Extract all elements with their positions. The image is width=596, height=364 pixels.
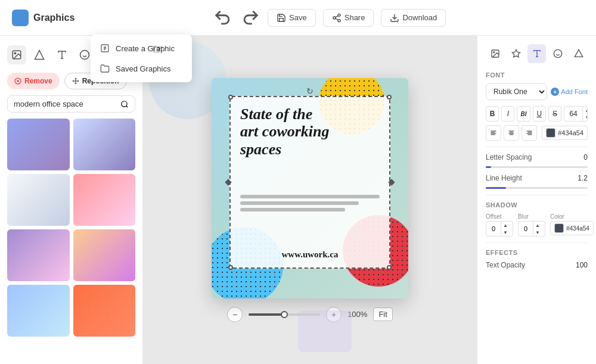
blur-up[interactable]: ▲	[533, 222, 542, 229]
svg-point-0	[338, 14, 340, 16]
divider-3	[486, 242, 588, 243]
italic-button[interactable]: I	[501, 106, 514, 122]
shadow-offset-input-wrap: ▲ ▼	[486, 221, 513, 237]
zoom-thumb[interactable]	[281, 311, 288, 318]
zoom-out-button[interactable]: −	[227, 307, 243, 322]
bold-button[interactable]: B	[486, 106, 499, 122]
format-row-1: B I BI U S ▲ ▼	[486, 106, 588, 122]
letter-spacing-fill	[486, 166, 491, 168]
right-tab-emoji[interactable]	[548, 44, 567, 63]
zoom-slider[interactable]	[249, 313, 320, 316]
letter-spacing-value: 0	[583, 153, 588, 161]
main-area: Remove Reposition	[0, 36, 596, 364]
svg-point-28	[554, 49, 561, 57]
svg-line-22	[126, 105, 128, 107]
color-picker[interactable]: #434a54	[542, 126, 588, 140]
panel-shapes-tab[interactable]	[30, 45, 49, 64]
search-box	[7, 95, 135, 113]
handle-left[interactable]	[226, 180, 231, 185]
handle-bl[interactable]	[228, 265, 233, 270]
divider-1	[486, 147, 588, 147]
shadow-color-swatch	[554, 223, 564, 233]
right-panel-tabs	[486, 44, 588, 63]
shadow-blur-input[interactable]	[519, 223, 533, 234]
subtitle-lines	[240, 195, 380, 211]
right-tab-magic[interactable]	[507, 44, 525, 63]
bg-decoration-br	[298, 310, 352, 352]
effects-section-label: Effects	[486, 249, 588, 256]
text-opacity-row: Text Opacity 100	[486, 261, 588, 269]
design-canvas: ↻ State of the art coworking spaces	[212, 78, 408, 298]
line-height-slider[interactable]	[486, 187, 588, 189]
svg-line-3	[335, 18, 338, 20]
right-tab-shapes[interactable]	[569, 44, 588, 63]
download-button[interactable]: Download	[381, 9, 446, 27]
fit-button[interactable]: Fit	[373, 307, 392, 321]
underline-button[interactable]: U	[533, 106, 546, 122]
right-tab-image[interactable]	[486, 44, 504, 63]
search-input[interactable]	[14, 99, 117, 108]
line-height-row: Line Height 1.2	[486, 174, 588, 182]
align-right-button[interactable]	[522, 125, 537, 141]
image-thumb[interactable]	[73, 229, 136, 281]
undo-button[interactable]	[213, 8, 233, 28]
panel-image-tab[interactable]	[7, 45, 26, 64]
handle-tr[interactable]	[387, 95, 392, 99]
shadow-color-hex: #434a54	[566, 225, 589, 232]
image-thumb[interactable]	[73, 119, 136, 170]
share-button[interactable]: Share	[323, 9, 374, 27]
blur-arrows: ▲ ▼	[533, 222, 542, 236]
strikethrough-button[interactable]: S	[548, 106, 561, 122]
size-arrows: ▲ ▼	[582, 107, 588, 121]
rotation-handle[interactable]: ↻	[306, 86, 313, 96]
shadow-color-picker[interactable]: #434a54	[550, 221, 594, 235]
handle-br[interactable]	[387, 265, 392, 270]
align-left-button[interactable]	[486, 125, 501, 141]
align-center-button[interactable]	[504, 125, 519, 141]
letter-spacing-slider[interactable]	[486, 166, 588, 168]
shadow-color-group: Color #434a54	[550, 213, 594, 237]
save-button[interactable]: Save	[268, 9, 316, 27]
canvas-headline: State of the art coworking spaces	[240, 105, 380, 159]
top-bar: Graphics Save Share Download	[0, 0, 596, 36]
font-select[interactable]: Rubik One	[486, 83, 547, 100]
search-icon	[120, 100, 129, 108]
blur-down[interactable]: ▼	[533, 229, 542, 236]
add-font-button[interactable]: + Add Font	[551, 88, 588, 96]
image-thumb[interactable]	[7, 174, 70, 226]
redo-button[interactable]	[240, 8, 260, 28]
shadow-color-label: Color	[550, 213, 594, 220]
font-size-input[interactable]	[564, 108, 582, 120]
shadow-blur-input-wrap: ▲ ▼	[518, 221, 545, 237]
svg-point-21	[122, 101, 127, 106]
panel-text-tab[interactable]	[52, 45, 72, 64]
shadow-offset-input[interactable]	[486, 223, 501, 234]
size-down-button[interactable]: ▼	[583, 114, 588, 121]
bold-italic-button[interactable]: BI	[517, 106, 530, 122]
canvas-url: www.uwork.ca	[240, 250, 380, 260]
saved-graphics-item[interactable]: Saved Graphics	[91, 58, 192, 79]
image-thumb[interactable]	[7, 119, 70, 170]
align-row: #434a54	[486, 125, 588, 141]
right-tab-text[interactable]	[527, 44, 546, 63]
line-height-value: 1.2	[578, 174, 588, 182]
create-graphic-item[interactable]: Create a Graphic	[91, 38, 192, 58]
image-thumb[interactable]	[73, 285, 136, 337]
font-section-label: Font	[486, 71, 588, 79]
remove-button[interactable]: Remove	[7, 73, 60, 89]
line-height-fill	[486, 187, 506, 189]
image-thumb[interactable]	[7, 285, 70, 337]
right-panel: Font Rubik One + Add Font B I BI U S ▲ ▼	[477, 36, 596, 364]
text-opacity-value: 100	[576, 261, 588, 269]
offset-up[interactable]: ▲	[501, 222, 510, 229]
handle-tl[interactable]	[228, 95, 233, 99]
text-box-overlay[interactable]: ↻ State of the art coworking spaces	[229, 96, 390, 269]
canvas-area: ↻ State of the art coworking spaces	[143, 36, 477, 364]
handle-right[interactable]	[389, 180, 394, 185]
size-up-button[interactable]: ▲	[583, 107, 588, 114]
shadow-blur-group: Blur ▲ ▼	[518, 213, 545, 237]
offset-down[interactable]: ▼	[501, 229, 510, 236]
image-thumb[interactable]	[73, 174, 136, 226]
svg-marker-9	[35, 51, 44, 60]
image-thumb[interactable]	[7, 229, 70, 281]
